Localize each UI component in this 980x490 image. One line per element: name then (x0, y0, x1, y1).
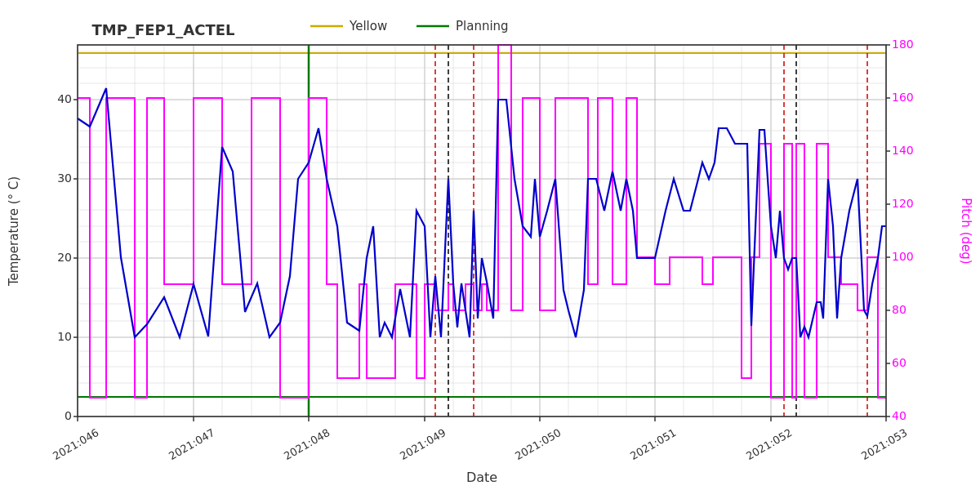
svg-text:Pitch (deg): Pitch (deg) (959, 198, 973, 264)
svg-text:Date: Date (466, 470, 497, 485)
svg-text:120: 120 (892, 197, 914, 210)
svg-text:0: 0 (65, 409, 72, 422)
svg-text:160: 160 (892, 91, 914, 104)
svg-text:40: 40 (892, 409, 906, 422)
legend-yellow-label: Yellow (349, 19, 387, 33)
svg-text:60: 60 (892, 356, 906, 369)
svg-text:20: 20 (57, 251, 72, 264)
svg-text:10: 10 (57, 330, 72, 343)
svg-text:40: 40 (57, 92, 72, 105)
svg-text:Temperature (° C): Temperature (° C) (7, 176, 21, 287)
chart-container: 0 10 20 30 40 Temperature (° C) 40 60 80… (0, 0, 980, 490)
svg-text:80: 80 (892, 303, 906, 316)
chart-title: TMP_FEP1_ACTEL (92, 21, 235, 38)
svg-text:140: 140 (892, 144, 914, 157)
svg-text:30: 30 (57, 172, 72, 185)
svg-text:100: 100 (892, 250, 914, 263)
legend-planning-label: Planning (456, 19, 509, 33)
svg-text:180: 180 (892, 38, 914, 51)
